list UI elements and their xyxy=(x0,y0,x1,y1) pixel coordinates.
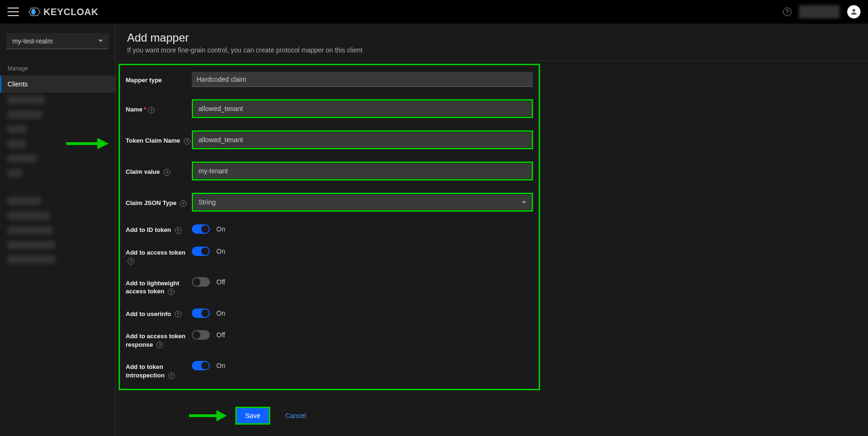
input-name[interactable] xyxy=(194,101,531,116)
sidebar-item-redacted[interactable] xyxy=(0,223,115,238)
mapper-form-area: Mapper type Hardcoded claim Name*? xyxy=(119,64,540,390)
toggle-state: On xyxy=(216,225,225,233)
sidebar-item-redacted[interactable] xyxy=(0,238,115,252)
svg-marker-4 xyxy=(97,138,109,149)
label-add-id-token: Add to ID token ? xyxy=(126,224,192,234)
help-icon[interactable]: ? xyxy=(156,342,163,348)
toggle-state: On xyxy=(216,362,225,369)
app-name: KEYCLOAK xyxy=(43,7,98,17)
label-claim-json-type: Claim JSON Type ? xyxy=(126,197,192,207)
form-actions: Save Cancel xyxy=(189,390,868,436)
svg-point-2 xyxy=(852,9,855,12)
header-bar: KEYCLOAK ? xyxy=(0,0,868,24)
page-subtitle: If you want more fine-grain control, you… xyxy=(127,46,857,54)
svg-rect-3 xyxy=(66,142,97,145)
chevron-down-icon xyxy=(522,201,526,204)
label-add-access-response: Add to access token response ? xyxy=(126,330,192,349)
help-icon[interactable]: ? xyxy=(128,258,134,265)
app-logo[interactable]: KEYCLOAK xyxy=(28,6,98,18)
help-icon[interactable]: ? xyxy=(148,107,155,113)
toggle-add-id-token[interactable] xyxy=(192,224,210,234)
annotation-arrow-save xyxy=(189,410,227,421)
help-icon[interactable]: ? xyxy=(175,227,181,234)
toggle-state: On xyxy=(216,309,225,317)
sidebar-item-redacted[interactable] xyxy=(0,122,115,137)
toggle-add-access-token[interactable] xyxy=(192,247,210,256)
help-icon[interactable]: ? xyxy=(163,169,170,176)
toggle-add-userinfo[interactable] xyxy=(192,308,210,318)
sidebar-item-redacted[interactable] xyxy=(0,151,115,166)
sidebar-item-redacted[interactable] xyxy=(0,107,115,122)
input-token-claim-name[interactable] xyxy=(194,132,531,147)
sidebar-item-redacted[interactable] xyxy=(0,93,115,107)
page-title: Add mapper xyxy=(127,31,857,44)
sidebar-item-redacted[interactable] xyxy=(0,252,115,267)
help-icon[interactable]: ? xyxy=(783,8,791,16)
realm-selector[interactable]: my-test-realm xyxy=(7,33,109,49)
sidebar-section-manage: Manage xyxy=(0,54,115,76)
header-redacted-item xyxy=(799,5,840,18)
toggle-state: Off xyxy=(216,331,225,339)
label-add-lightweight: Add to lightweight access token ? xyxy=(126,277,192,296)
help-icon[interactable]: ? xyxy=(184,138,190,145)
cancel-button[interactable]: Cancel xyxy=(285,412,306,419)
sidebar-item-redacted[interactable] xyxy=(0,166,115,180)
help-icon[interactable]: ? xyxy=(175,311,181,317)
label-name: Name*? xyxy=(126,103,192,114)
sidebar-item-clients[interactable]: Clients xyxy=(0,76,115,93)
toggle-state: Off xyxy=(216,278,225,286)
svg-rect-5 xyxy=(189,414,216,417)
svg-marker-1 xyxy=(31,9,36,14)
toggle-add-lightweight[interactable] xyxy=(192,277,210,287)
sidebar: my-test-realm Manage Clients xyxy=(0,24,116,436)
user-avatar[interactable] xyxy=(847,5,860,18)
select-claim-json-type[interactable]: String xyxy=(194,195,531,210)
help-icon[interactable]: ? xyxy=(180,200,187,207)
toggle-state: On xyxy=(216,248,225,255)
chevron-down-icon xyxy=(98,40,103,42)
label-add-introspection: Add to token introspection ? xyxy=(126,361,192,379)
help-icon[interactable]: ? xyxy=(168,372,175,379)
help-icon[interactable]: ? xyxy=(168,289,174,295)
toggle-add-access-response[interactable] xyxy=(192,330,210,340)
keycloak-logo-icon xyxy=(28,6,41,18)
menu-toggle-icon[interactable] xyxy=(8,8,19,16)
label-mapper-type: Mapper type xyxy=(126,74,192,85)
main-content: Add mapper If you want more fine-grain c… xyxy=(116,24,868,436)
svg-marker-6 xyxy=(216,410,227,421)
save-button[interactable]: Save xyxy=(237,408,269,423)
sidebar-item-redacted[interactable] xyxy=(0,194,115,208)
sidebar-item-redacted[interactable] xyxy=(0,208,115,223)
toggle-add-introspection[interactable] xyxy=(192,361,210,370)
realm-selected-value: my-test-realm xyxy=(12,37,53,45)
label-add-access-token: Add to access token ? xyxy=(126,247,192,265)
label-claim-value: Claim value ? xyxy=(126,166,192,176)
input-claim-value[interactable] xyxy=(194,163,531,179)
field-mapper-type: Hardcoded claim xyxy=(192,72,533,87)
label-token-claim-name: Token Claim Name ? xyxy=(126,135,192,145)
label-add-userinfo: Add to userinfo ? xyxy=(126,308,192,318)
annotation-arrow-sidebar xyxy=(66,138,109,149)
avatar-icon xyxy=(850,8,858,16)
